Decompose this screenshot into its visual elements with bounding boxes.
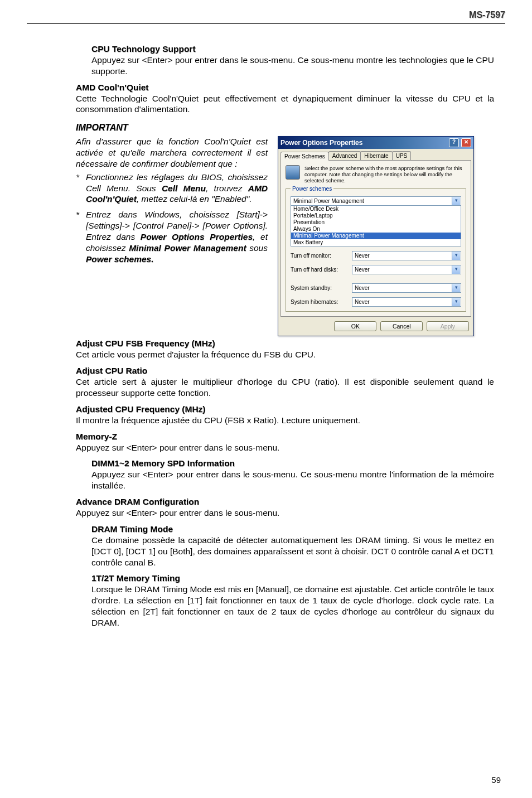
- label-turn-off-hdd: Turn off hard disks:: [291, 267, 346, 273]
- row-system-hibernates: System hibernates: Never▾: [291, 297, 461, 307]
- heading-adjust-cpu-ratio: Adjust CPU Ratio: [76, 366, 494, 376]
- label-system-hibernates: System hibernates:: [291, 299, 346, 305]
- ok-button[interactable]: OK: [334, 321, 376, 331]
- body-adjust-cpu-fsb-frequency: Cet article vous permet d'ajuster la fré…: [76, 349, 494, 360]
- list-item[interactable]: Always On: [291, 226, 461, 233]
- select-system-hibernates[interactable]: Never▾: [352, 297, 461, 307]
- heading-dimm-spd: DIMM1~2 Memory SPD Information: [91, 458, 494, 468]
- heading-adjust-cpu-fsb-frequency: Adjust CPU FSB Frequency (MHz): [76, 338, 494, 349]
- apply-button[interactable]: Apply: [427, 321, 469, 331]
- tab-advanced[interactable]: Advanced: [328, 151, 361, 160]
- list-item[interactable]: Portable/Laptop: [291, 212, 461, 219]
- list-item[interactable]: Max Battery: [291, 239, 461, 246]
- select-turn-off-hdd[interactable]: Never▾: [352, 265, 461, 274]
- body-memory-z: Appuyez sur <Enter> pour entrer dans le …: [76, 442, 494, 453]
- important-two-column: Afin d'assurer que la fonction Cool'n'Qu…: [76, 136, 494, 336]
- important-intro: Afin d'assurer que la fonction Cool'n'Qu…: [76, 136, 268, 169]
- document-page: MS-7597 CPU Technology Support Appuyez s…: [0, 0, 532, 798]
- content-column: CPU Technology Support Appuyez sur <Ente…: [27, 44, 505, 628]
- legend-power-schemes: Power schemes: [291, 186, 333, 192]
- heading-1t2t-memory-timing: 1T/2T Memory Timing: [91, 573, 494, 583]
- heading-adjusted-cpu-frequency: Adjusted CPU Frequency (MHz): [76, 404, 494, 414]
- dialog-tabs: Power Schemes Advanced Hibernate UPS: [278, 149, 473, 160]
- dialog-button-row: OK Cancel Apply: [278, 319, 473, 336]
- dialog-panel: Select the power scheme with the most ap…: [280, 160, 471, 317]
- list-item[interactable]: Presentation: [291, 219, 461, 226]
- dialog-info-text: Select the power scheme with the most ap…: [304, 165, 466, 183]
- body-dram-timing-mode: Ce domaine possède la capacité de détect…: [91, 535, 494, 568]
- heading-important: IMPORTANT: [76, 123, 494, 133]
- tab-ups[interactable]: UPS: [392, 151, 412, 160]
- label-turn-off-monitor: Turn off monitor:: [291, 253, 346, 259]
- scheme-listbox[interactable]: Home/Office Desk Portable/Laptop Present…: [291, 205, 461, 246]
- tab-power-schemes[interactable]: Power Schemes: [280, 152, 329, 161]
- heading-dram-timing-mode: DRAM Timing Mode: [91, 524, 494, 534]
- important-text-column: Afin d'assurer que la fonction Cool'n'Qu…: [76, 136, 268, 269]
- row-turn-off-hdd: Turn off hard disks: Never▾: [291, 265, 461, 274]
- dialog-info-row: Select the power scheme with the most ap…: [286, 165, 466, 183]
- power-options-dialog: Power Options Properties ? ✕ Power Schem…: [278, 136, 474, 336]
- chevron-down-icon: ▾: [452, 265, 460, 274]
- header-model: MS-7597: [27, 10, 505, 20]
- fieldset-power-schemes: Power schemes Minimal Power Management ▾…: [286, 186, 466, 312]
- bullet-star-icon: *: [76, 209, 84, 220]
- scheme-select[interactable]: Minimal Power Management ▾: [291, 196, 461, 206]
- body-amd-coolnquiet: Cette Technologie Cool'n'Quiet peut effe…: [76, 93, 494, 115]
- power-icon: [286, 165, 300, 180]
- body-1t2t-memory-timing: Lorsque le DRAM Timing Mode est mis en […: [91, 584, 494, 628]
- bullet-star-icon: *: [76, 172, 84, 183]
- select-turn-off-monitor[interactable]: Never▾: [352, 251, 461, 260]
- heading-memory-z: Memory-Z: [76, 432, 494, 442]
- list-item-selected[interactable]: Minimal Power Management: [291, 233, 461, 239]
- chevron-down-icon: ▾: [452, 197, 460, 205]
- important-bullet-1: * Fonctionnez les réglages du BIOS, choi…: [76, 172, 268, 205]
- body-cpu-technology-support: Appuyez sur <Enter> pour entrer dans le …: [91, 55, 494, 77]
- page-number: 59: [491, 775, 501, 785]
- important-bullet-2: * Entrez dans Windows, choisissez [Start…: [76, 209, 268, 264]
- chevron-down-icon: ▾: [452, 298, 460, 306]
- heading-amd-coolnquiet: AMD Cool'n'Quiet: [76, 83, 494, 93]
- body-dimm-spd: Appuyez sur <Enter> pour entrer dans le …: [91, 469, 494, 491]
- header-rule: [27, 23, 505, 24]
- body-adjust-cpu-ratio: Cet article sert à ajuster le multiplieu…: [76, 376, 494, 399]
- select-system-standby[interactable]: Never▾: [352, 283, 461, 293]
- heading-advance-dram-configuration: Advance DRAM Configuration: [76, 497, 494, 507]
- chevron-down-icon: ▾: [452, 252, 460, 260]
- row-turn-off-monitor: Turn off monitor: Never▾: [291, 251, 461, 260]
- cancel-button[interactable]: Cancel: [380, 321, 423, 331]
- scheme-select-value: Minimal Power Management: [293, 198, 364, 204]
- heading-cpu-technology-support: CPU Technology Support: [91, 44, 494, 54]
- label-system-standby: System standby:: [291, 285, 346, 291]
- tab-hibernate[interactable]: Hibernate: [360, 151, 392, 160]
- row-system-standby: System standby: Never▾: [291, 283, 461, 293]
- dialog-title: Power Options Properties: [280, 139, 447, 147]
- help-button[interactable]: ?: [449, 138, 459, 147]
- body-advance-dram-configuration: Appuyez sur <Enter> pour entrer dans le …: [76, 507, 494, 519]
- close-button[interactable]: ✕: [461, 138, 471, 147]
- chevron-down-icon: ▾: [452, 284, 460, 292]
- list-item[interactable]: Home/Office Desk: [291, 206, 461, 212]
- body-adjusted-cpu-frequency: Il montre la fréquence ajustée du CPU (F…: [76, 415, 494, 426]
- dialog-titlebar[interactable]: Power Options Properties ? ✕: [278, 137, 473, 149]
